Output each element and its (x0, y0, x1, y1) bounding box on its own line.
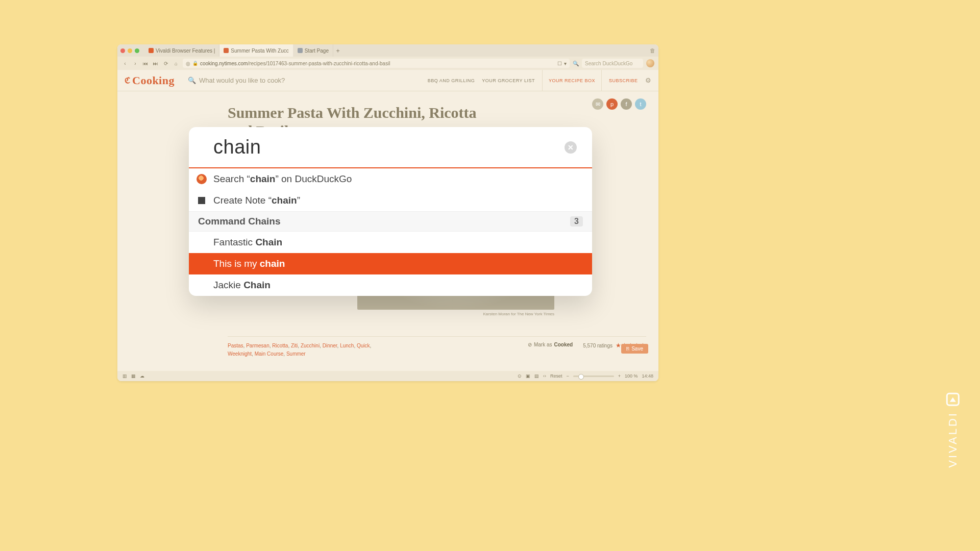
mail-icon[interactable]: ✉ (592, 98, 603, 110)
article-meta: Pastas, Parmesan, Ricotta, Ziti, Zucchin… (228, 336, 646, 358)
nav-recipe-box[interactable]: YOUR RECIPE BOX (542, 70, 602, 91)
nav-bbq[interactable]: BBQ AND GRILLING (428, 78, 475, 83)
zoom-slider[interactable] (573, 375, 614, 377)
tag-link[interactable]: Main Course (255, 351, 284, 357)
reload-button[interactable]: ⟳ (162, 61, 169, 66)
tag-link[interactable]: Dinner (323, 343, 337, 348)
tab-label: Summer Pasta With Zucc (231, 48, 288, 54)
qc-note-label: Create Note “chain” (213, 195, 300, 206)
zoom-window-icon[interactable] (135, 48, 139, 53)
tab-strip: Vivaldi Browser Features | Summer Pasta … (117, 44, 658, 57)
tag-link[interactable]: Ricotta (272, 343, 288, 348)
search-icon: 🔍 (188, 77, 196, 84)
tab-vivaldi-features[interactable]: Vivaldi Browser Features | (144, 44, 219, 57)
trash-icon[interactable]: 🗑 (650, 47, 655, 54)
tag-link[interactable]: Quick (357, 343, 370, 348)
clear-icon[interactable]: ✕ (565, 141, 577, 154)
shield-icon: ◎ (186, 61, 190, 66)
qc-input-row: chain ✕ (189, 127, 592, 167)
site-search-placeholder: What would you like to cook? (199, 77, 285, 84)
gear-icon[interactable]: ⚙ (645, 77, 652, 84)
site-brand[interactable]: ℭ Cooking (125, 74, 175, 87)
lock-icon: 🔒 (192, 61, 198, 66)
code-icon[interactable]: ‹› (543, 373, 546, 379)
qc-search-web[interactable]: Search “chain” on DuckDuckGo (189, 168, 592, 190)
checkmark-icon: ⊘ (528, 342, 532, 347)
status-bar: ▥ ▦ ☁ ⊙ ▣ ▤ ‹› Reset − + 100 % 14:48 (117, 371, 658, 381)
nyt-favicon-icon (224, 48, 229, 53)
nyt-t-icon: ℭ (125, 76, 130, 85)
tag-link[interactable]: Parmesan (246, 343, 270, 348)
bookmark-ribbon-icon: ⎘ (626, 346, 629, 352)
tag-link[interactable]: Summer (286, 351, 306, 357)
search-placeholder: Search DuckDuckGo (585, 61, 632, 66)
hero-caption: Karsten Moran for The New York Times (357, 312, 554, 316)
rewind-button[interactable]: ⏮ (142, 61, 149, 66)
vivaldi-favicon-icon (149, 48, 154, 53)
address-bar: ‹ › ⏮ ⏭ ⟳ ⌂ ◎ 🔒 cooking.nytimes.com/reci… (117, 57, 658, 70)
browser-window: Vivaldi Browser Features | Summer Pasta … (117, 44, 658, 381)
profile-avatar[interactable] (646, 59, 654, 67)
vivaldi-watermark: VIVALDI (946, 393, 960, 468)
zoom-out-icon[interactable]: − (566, 373, 569, 379)
image-toggle-icon[interactable]: ▤ (534, 373, 539, 379)
ratings-count: 5,570 ratings (583, 343, 612, 348)
note-icon (196, 195, 207, 206)
twitter-icon[interactable]: t (635, 98, 646, 110)
browser-search-field[interactable]: Search DuckDuckGo (582, 59, 643, 68)
nav-grocery[interactable]: YOUR GROCERY LIST (482, 78, 535, 83)
nav-subscribe[interactable]: SUBSCRIBE (609, 78, 638, 83)
tile-icon[interactable]: ▦ (131, 373, 136, 379)
tag-list: Pastas, Parmesan, Ricotta, Ziti, Zucchin… (228, 342, 391, 358)
qc-search-label: Search “chain” on DuckDuckGo (213, 173, 352, 185)
qc-input[interactable]: chain (213, 136, 565, 158)
fastforward-button[interactable]: ⏭ (152, 61, 159, 66)
qc-result-item[interactable]: Fantastic Chain (189, 232, 592, 253)
url-text: cooking.nytimes.com/recipes/1017463-summ… (200, 61, 390, 66)
tag-link[interactable]: Lunch (340, 343, 354, 348)
site-search[interactable]: 🔍 What would you like to cook? (188, 77, 361, 84)
clock: 14:48 (642, 373, 653, 379)
new-tab-button[interactable]: ＋ (333, 46, 342, 55)
tag-link[interactable]: Zucchini (301, 343, 320, 348)
sync-icon[interactable]: ☁ (140, 373, 144, 379)
url-field[interactable]: ◎ 🔒 cooking.nytimes.com/recipes/1017463-… (183, 59, 570, 68)
home-button[interactable]: ⌂ (173, 61, 180, 66)
search-engine-icon[interactable]: 🔍 (573, 61, 579, 66)
back-button[interactable]: ‹ (121, 61, 129, 66)
tab-label: Vivaldi Browser Features | (156, 48, 215, 54)
tab-summer-pasta[interactable]: Summer Pasta With Zucc (219, 44, 293, 57)
qc-section-count: 3 (570, 216, 583, 227)
qc-section-command-chains: Command Chains 3 (189, 211, 592, 232)
brand-cooking: Cooking (132, 74, 175, 87)
tab-label: Start Page (305, 48, 329, 54)
zoom-in-icon[interactable]: + (618, 373, 621, 379)
qc-result-item[interactable]: This is my chain (189, 253, 592, 274)
zoom-level: 100 % (625, 373, 638, 379)
minimize-window-icon[interactable] (128, 48, 132, 53)
forward-button[interactable]: › (132, 61, 139, 66)
close-window-icon[interactable] (120, 48, 125, 53)
capture-icon[interactable]: ⊙ (518, 373, 522, 379)
qc-result-item[interactable]: Jackie Chain (189, 274, 592, 296)
tab-start-page[interactable]: Start Page (293, 44, 333, 57)
bookmark-icon[interactable]: ☐ (557, 61, 562, 66)
tag-link[interactable]: Pastas (228, 343, 243, 348)
pinterest-icon[interactable]: p (606, 98, 618, 110)
qc-create-note[interactable]: Create Note “chain” (189, 190, 592, 211)
window-controls[interactable] (120, 48, 139, 53)
qc-section-label: Command Chains (198, 216, 281, 227)
page-actions-icon[interactable]: ▣ (526, 373, 530, 379)
share-row: ✉ p f t (592, 98, 646, 110)
tag-link[interactable]: Ziti (291, 343, 298, 348)
reader-icon[interactable]: ▾ (564, 61, 567, 66)
save-button[interactable]: ⎘ Save (621, 344, 648, 354)
site-nav: BBQ AND GRILLING YOUR GROCERY LIST YOUR … (428, 70, 651, 91)
panel-toggle-icon[interactable]: ▥ (122, 373, 127, 379)
mark-cooked[interactable]: ⊘ Mark as Cooked (528, 342, 573, 347)
tag-link[interactable]: Weeknight (228, 351, 252, 357)
zoom-reset[interactable]: Reset (550, 373, 562, 379)
duckduckgo-icon (196, 173, 207, 185)
facebook-icon[interactable]: f (621, 98, 632, 110)
startpage-favicon-icon (298, 48, 303, 53)
